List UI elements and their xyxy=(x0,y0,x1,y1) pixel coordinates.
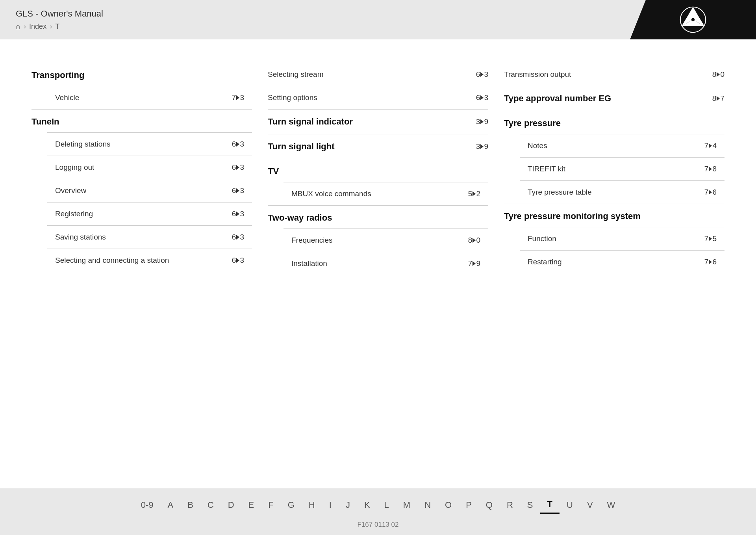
alpha-r[interactable]: R xyxy=(500,497,520,513)
document-id: F167 0113 02 xyxy=(0,518,756,535)
list-item[interactable]: Tyre pressure table 76 xyxy=(520,180,724,204)
alpha-b[interactable]: B xyxy=(180,497,200,513)
breadcrumb: ⌂ › Index › T xyxy=(16,22,103,31)
section-tv: TV xyxy=(268,159,488,182)
alpha-09[interactable]: 0-9 xyxy=(134,497,161,513)
alpha-q[interactable]: Q xyxy=(479,497,500,513)
list-item-turn-signal-light[interactable]: Turn signal light 39 xyxy=(268,134,488,159)
footer: 0-9 A B C D E F G H I J K L M N O P Q R … xyxy=(0,488,756,535)
header-left: GLS - Owner's Manual ⌂ › Index › T xyxy=(0,2,119,37)
alpha-f[interactable]: F xyxy=(261,497,280,513)
alpha-o[interactable]: O xyxy=(438,497,459,513)
list-item-type-approval[interactable]: Type approval number EG 87 xyxy=(504,86,724,111)
breadcrumb-sep-1: › xyxy=(24,22,26,31)
alpha-t[interactable]: T xyxy=(540,496,560,514)
list-item[interactable]: Selecting and connecting a station 63 xyxy=(47,249,252,272)
alpha-s[interactable]: S xyxy=(520,497,540,513)
home-icon[interactable]: ⌂ xyxy=(16,22,20,31)
list-item[interactable]: Logging out 63 xyxy=(47,156,252,179)
list-item-restarting[interactable]: Restarting 76 xyxy=(520,250,724,273)
list-item[interactable]: Deleting stations 63 xyxy=(47,132,252,156)
header: GLS - Owner's Manual ⌂ › Index › T xyxy=(0,0,756,39)
breadcrumb-sep-2: › xyxy=(50,22,52,31)
breadcrumb-index[interactable]: Index xyxy=(29,22,46,31)
list-item[interactable]: Frequencies 80 xyxy=(284,228,488,252)
alphabet-bar: 0-9 A B C D E F G H I J K L M N O P Q R … xyxy=(0,488,756,518)
alpha-v[interactable]: V xyxy=(580,497,600,513)
alpha-h[interactable]: H xyxy=(302,497,322,513)
alpha-g[interactable]: G xyxy=(281,497,302,513)
svg-point-1 xyxy=(691,18,695,21)
alpha-n[interactable]: N xyxy=(417,497,438,513)
alpha-j[interactable]: J xyxy=(339,497,357,513)
mercedes-star-icon xyxy=(679,6,707,33)
alpha-i[interactable]: I xyxy=(322,497,339,513)
section-tunein: TuneIn xyxy=(32,109,252,132)
list-item[interactable]: Installation 79 xyxy=(284,252,488,275)
breadcrumb-current: T xyxy=(55,22,59,31)
section-tyre-pressure: Tyre pressure xyxy=(504,111,724,134)
alpha-e[interactable]: E xyxy=(241,497,261,513)
list-item-notes[interactable]: Notes 74 xyxy=(520,134,724,157)
list-item[interactable]: Vehicle 73 xyxy=(47,86,252,109)
list-item[interactable]: MBUX voice commands 52 xyxy=(284,182,488,205)
column-3: Transmission output 80 Type approval num… xyxy=(504,63,724,472)
list-item[interactable]: Registering 63 xyxy=(47,202,252,225)
main-content: Transporting Vehicle 73 TuneIn Deleting … xyxy=(0,39,756,488)
list-item-turn-signal-indicator[interactable]: Turn signal indicator 39 xyxy=(268,109,488,134)
alpha-d[interactable]: D xyxy=(221,497,241,513)
alpha-k[interactable]: K xyxy=(357,497,377,513)
list-item-saving-stations[interactable]: Saving stations 63 xyxy=(47,225,252,249)
alpha-p[interactable]: P xyxy=(459,497,479,513)
list-item-function[interactable]: Function 75 xyxy=(520,227,724,250)
alpha-c[interactable]: C xyxy=(200,497,221,513)
alpha-l[interactable]: L xyxy=(377,497,396,513)
section-two-way-radios: Two-way radios xyxy=(268,205,488,228)
section-transporting: Transporting xyxy=(32,63,252,86)
alpha-m[interactable]: M xyxy=(396,497,417,513)
list-item-transmission-output[interactable]: Transmission output 80 xyxy=(504,63,724,86)
list-item[interactable]: Selecting stream 63 xyxy=(268,63,488,86)
alpha-a[interactable]: A xyxy=(160,497,180,513)
column-1: Transporting Vehicle 73 TuneIn Deleting … xyxy=(32,63,252,472)
mercedes-logo xyxy=(630,0,756,39)
alpha-w[interactable]: W xyxy=(600,497,623,513)
manual-title: GLS - Owner's Manual xyxy=(16,9,103,19)
list-item[interactable]: Overview 63 xyxy=(47,179,252,202)
list-item[interactable]: TIREFIT kit 78 xyxy=(520,157,724,180)
list-item[interactable]: Setting options 63 xyxy=(268,86,488,109)
section-tyre-pressure-monitoring: Tyre pressure monitoring system xyxy=(504,204,724,227)
alpha-u[interactable]: U xyxy=(560,497,580,513)
column-2: Selecting stream 63 Setting options 63 T… xyxy=(268,63,488,472)
